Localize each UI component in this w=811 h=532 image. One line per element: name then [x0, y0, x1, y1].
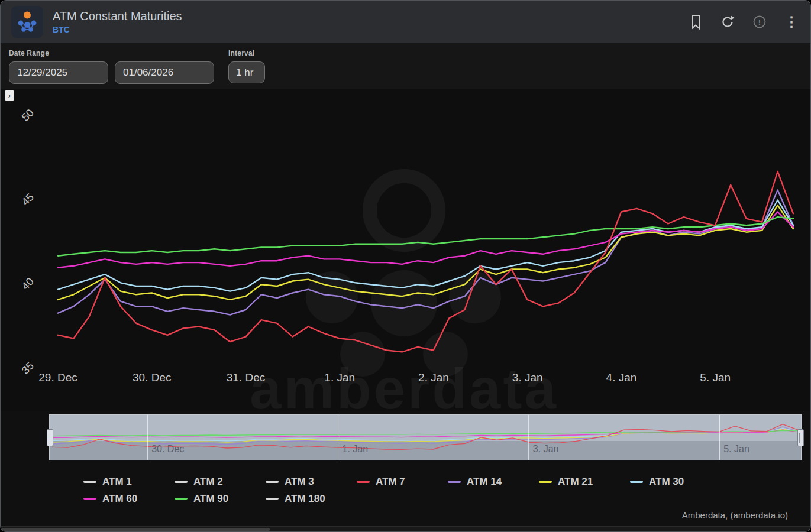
legend-label: ATM 3 [285, 476, 314, 488]
date-to-input[interactable] [115, 61, 214, 84]
horizontal-scrollbar[interactable] [1, 526, 810, 531]
legend-marker [539, 481, 552, 483]
page-title: ATM Constant Maturities [53, 9, 182, 22]
legend-label: ATM 30 [649, 476, 684, 488]
x-axis-label: 2. Jan [418, 371, 449, 384]
refresh-icon [720, 14, 735, 30]
legend-marker [83, 498, 96, 500]
x-axis-label: 31. Dec [227, 371, 265, 384]
legend-item-atm-30[interactable]: ATM 30 [630, 473, 721, 490]
y-axis-label: 50 [20, 107, 36, 124]
legend-item-atm-60[interactable]: ATM 60 [83, 490, 175, 507]
navigator-left-handle[interactable] [47, 429, 53, 446]
chart-legend: ATM 1ATM 2ATM 3ATM 7ATM 14ATM 21ATM 30AT… [83, 473, 737, 507]
legend-label: ATM 180 [285, 493, 325, 505]
title-block: ATM Constant Maturities BTC [53, 9, 182, 34]
legend-marker [83, 481, 96, 483]
info-button[interactable]: ! [751, 14, 768, 30]
legend-label: ATM 7 [376, 476, 405, 488]
legend-item-atm-14[interactable]: ATM 14 [448, 473, 539, 490]
y-axis-label: 35 [20, 360, 36, 377]
amberdata-logo [11, 6, 43, 38]
legend-label: ATM 60 [102, 493, 137, 505]
y-axis-label: 45 [20, 191, 36, 207]
legend-marker [357, 481, 370, 483]
attribution: Amberdata, (amberdata.io) [682, 510, 788, 520]
legend-label: ATM 21 [558, 476, 593, 488]
panel-expand-toggle[interactable]: › [5, 90, 14, 101]
x-axis-label: 29. Dec [38, 371, 77, 384]
info-icon: ! [752, 14, 767, 30]
interval-label: Interval [228, 49, 265, 57]
main-chart[interactable]: amberdata 3540455029. Dec30. Dec31. Dec1… [1, 89, 811, 411]
panel-header: ATM Constant Maturities BTC ! [1, 1, 810, 43]
chart-navigator[interactable]: 30. Dec1. Jan3. Jan5. Jan [49, 414, 802, 460]
legend-marker [448, 481, 461, 483]
kebab-menu-button[interactable]: ⋮ [783, 14, 800, 30]
legend-marker [630, 481, 643, 483]
navigator-axis-label: 5. Jan [723, 444, 749, 454]
legend-item-atm-3[interactable]: ATM 3 [266, 473, 357, 490]
bookmark-button[interactable] [687, 14, 704, 30]
x-axis-label: 30. Dec [133, 371, 171, 384]
date-from-input[interactable] [9, 61, 108, 84]
x-axis-label: 4. Jan [606, 371, 637, 384]
legend-item-atm-21[interactable]: ATM 21 [539, 473, 630, 490]
amberdata-logo-icon [15, 10, 39, 34]
navigator-axis-label: 3. Jan [533, 444, 559, 454]
legend-marker [175, 498, 188, 500]
legend-marker [266, 481, 279, 483]
panel-expand-icon: › [8, 91, 11, 100]
y-axis-label: 40 [20, 275, 36, 292]
watermark-text: amberdata [250, 357, 558, 411]
date-range-group: Date Range [9, 49, 214, 83]
legend-label: ATM 2 [193, 476, 223, 488]
legend-item-atm-1[interactable]: ATM 1 [83, 473, 175, 490]
chart-controls: Date Range Interval 1 hr [1, 43, 810, 89]
interval-group: Interval 1 hr [228, 49, 265, 83]
bookmark-icon [690, 14, 702, 30]
app-window: ATM Constant Maturities BTC ! [0, 0, 811, 532]
x-axis-label: 1. Jan [324, 371, 355, 384]
date-range-label: Date Range [9, 49, 214, 57]
legend-label: ATM 90 [193, 493, 228, 505]
info-glyph: ! [758, 17, 761, 26]
navigator-axis-label: 30. Dec [151, 444, 184, 454]
legend-marker [266, 498, 279, 500]
header-actions: ! ⋮ [687, 14, 800, 30]
asset-label: BTC [53, 25, 182, 34]
interval-select[interactable]: 1 hr [228, 61, 265, 83]
x-axis-label: 5. Jan [700, 371, 731, 384]
x-axis-label: 3. Jan [512, 371, 543, 384]
legend-item-atm-90[interactable]: ATM 90 [175, 490, 266, 507]
kebab-menu-icon: ⋮ [784, 15, 799, 29]
horizontal-scrollbar-thumb[interactable] [1, 528, 270, 531]
legend-marker [175, 481, 188, 483]
legend-label: ATM 14 [467, 476, 502, 488]
legend-item-atm-7[interactable]: ATM 7 [357, 473, 448, 490]
navigator-right-handle[interactable] [797, 429, 804, 446]
navigator-axis-label: 1. Jan [343, 444, 369, 454]
navigator-chart[interactable]: 30. Dec1. Jan3. Jan5. Jan [50, 415, 801, 460]
legend-label: ATM 1 [102, 476, 132, 488]
legend-item-atm-180[interactable]: ATM 180 [266, 490, 357, 507]
refresh-button[interactable] [719, 14, 736, 30]
legend-item-atm-2[interactable]: ATM 2 [175, 473, 266, 490]
